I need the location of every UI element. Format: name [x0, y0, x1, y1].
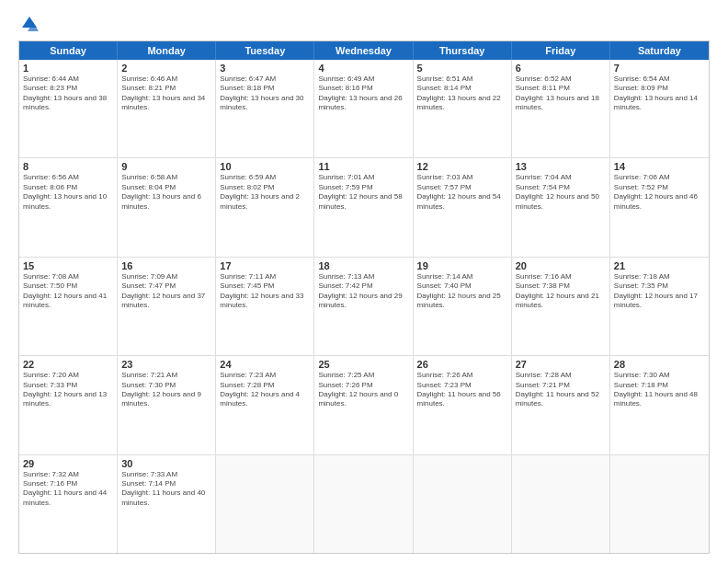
day-number: 22	[23, 359, 113, 370]
calendar-cell: 9Sunrise: 6:58 AMSunset: 8:04 PMDaylight…	[118, 158, 216, 256]
calendar-cell: 19Sunrise: 7:14 AMSunset: 7:40 PMDayligh…	[414, 258, 512, 355]
cell-info: Sunset: 8:11 PM	[516, 84, 606, 93]
calendar-row: 8Sunrise: 6:56 AMSunset: 8:06 PMDaylight…	[19, 157, 709, 256]
cell-info: Sunset: 7:50 PM	[23, 282, 113, 291]
cell-info: Daylight: 12 hours and 50 minutes.	[516, 192, 606, 212]
calendar-cell: 30Sunrise: 7:33 AMSunset: 7:14 PMDayligh…	[118, 455, 216, 553]
cell-info: Sunset: 8:06 PM	[23, 183, 113, 192]
cell-info: Sunset: 8:23 PM	[23, 84, 113, 93]
cell-info: Daylight: 11 hours and 48 minutes.	[614, 390, 705, 409]
cell-info: Sunset: 7:14 PM	[121, 479, 211, 488]
cell-info: Sunrise: 7:01 AM	[318, 173, 408, 182]
logo	[18, 15, 39, 33]
day-number: 20	[516, 260, 606, 271]
day-header-wednesday: Wednesday	[314, 41, 413, 60]
day-number: 28	[614, 359, 705, 370]
logo-icon	[20, 15, 39, 33]
calendar-row: 29Sunrise: 7:32 AMSunset: 7:16 PMDayligh…	[19, 454, 709, 553]
day-number: 19	[417, 260, 507, 271]
calendar-cell: 13Sunrise: 7:04 AMSunset: 7:54 PMDayligh…	[512, 158, 610, 256]
calendar-cell	[512, 455, 610, 553]
calendar-page: SundayMondayTuesdayWednesdayThursdayFrid…	[0, 0, 728, 563]
day-number: 25	[318, 359, 408, 370]
cell-info: Sunrise: 7:14 AM	[417, 272, 507, 282]
calendar-cell: 26Sunrise: 7:26 AMSunset: 7:23 PMDayligh…	[414, 356, 512, 454]
cell-info: Daylight: 12 hours and 17 minutes.	[614, 292, 705, 311]
cell-info: Daylight: 12 hours and 41 minutes.	[23, 292, 113, 311]
page-header	[18, 15, 710, 33]
cell-info: Daylight: 11 hours and 40 minutes.	[121, 488, 211, 508]
day-number: 7	[614, 63, 705, 74]
cell-info: Sunset: 7:54 PM	[516, 183, 606, 192]
cell-info: Sunrise: 6:46 AM	[121, 75, 211, 84]
cell-info: Sunrise: 6:58 AM	[121, 173, 211, 182]
calendar-cell: 24Sunrise: 7:23 AMSunset: 7:28 PMDayligh…	[216, 356, 314, 454]
day-header-monday: Monday	[118, 41, 216, 60]
day-header-saturday: Saturday	[610, 41, 709, 60]
cell-info: Sunset: 7:35 PM	[614, 282, 705, 291]
calendar-cell: 25Sunrise: 7:25 AMSunset: 7:26 PMDayligh…	[314, 356, 413, 454]
calendar-cell: 15Sunrise: 7:08 AMSunset: 7:50 PMDayligh…	[19, 258, 118, 355]
day-number: 14	[614, 161, 705, 172]
day-number: 18	[318, 260, 408, 271]
cell-info: Sunrise: 7:30 AM	[614, 371, 705, 380]
cell-info: Sunrise: 6:54 AM	[614, 75, 705, 84]
cell-info: Daylight: 13 hours and 38 minutes.	[23, 94, 113, 113]
cell-info: Daylight: 12 hours and 54 minutes.	[417, 192, 507, 212]
calendar-body: 1Sunrise: 6:44 AMSunset: 8:23 PMDaylight…	[19, 60, 709, 553]
calendar-cell: 7Sunrise: 6:54 AMSunset: 8:09 PMDaylight…	[610, 60, 709, 157]
calendar-row: 15Sunrise: 7:08 AMSunset: 7:50 PMDayligh…	[19, 257, 709, 355]
cell-info: Sunrise: 7:13 AM	[318, 272, 408, 282]
day-number: 11	[318, 161, 408, 172]
day-number: 1	[23, 63, 113, 74]
cell-info: Sunset: 8:04 PM	[121, 183, 211, 192]
cell-info: Sunset: 7:28 PM	[220, 381, 310, 390]
calendar-cell: 17Sunrise: 7:11 AMSunset: 7:45 PMDayligh…	[216, 258, 314, 355]
cell-info: Daylight: 12 hours and 58 minutes.	[318, 192, 408, 212]
day-number: 9	[121, 161, 211, 172]
cell-info: Sunset: 7:30 PM	[121, 381, 211, 390]
cell-info: Sunrise: 7:23 AM	[220, 371, 310, 380]
calendar-header: SundayMondayTuesdayWednesdayThursdayFrid…	[19, 41, 709, 60]
cell-info: Daylight: 11 hours and 56 minutes.	[417, 390, 507, 409]
cell-info: Sunrise: 7:04 AM	[516, 173, 606, 182]
calendar-cell: 16Sunrise: 7:09 AMSunset: 7:47 PMDayligh…	[118, 258, 216, 355]
cell-info: Sunset: 7:33 PM	[23, 381, 113, 390]
calendar-cell: 10Sunrise: 6:59 AMSunset: 8:02 PMDayligh…	[216, 158, 314, 256]
calendar-cell: 28Sunrise: 7:30 AMSunset: 7:18 PMDayligh…	[610, 356, 709, 454]
cell-info: Sunset: 8:21 PM	[121, 84, 211, 93]
cell-info: Sunset: 7:21 PM	[516, 381, 606, 390]
cell-info: Sunrise: 7:03 AM	[417, 173, 507, 182]
day-number: 26	[417, 359, 507, 370]
calendar-row: 22Sunrise: 7:20 AMSunset: 7:33 PMDayligh…	[19, 355, 709, 454]
cell-info: Daylight: 13 hours and 10 minutes.	[23, 192, 113, 212]
cell-info: Daylight: 13 hours and 6 minutes.	[121, 192, 211, 212]
cell-info: Daylight: 12 hours and 37 minutes.	[121, 292, 211, 311]
cell-info: Sunset: 8:18 PM	[220, 84, 310, 93]
day-number: 30	[121, 458, 211, 469]
cell-info: Sunrise: 6:51 AM	[417, 75, 507, 84]
calendar-cell: 29Sunrise: 7:32 AMSunset: 7:16 PMDayligh…	[19, 455, 118, 553]
cell-info: Sunset: 7:16 PM	[23, 479, 113, 488]
cell-info: Daylight: 12 hours and 29 minutes.	[318, 292, 408, 311]
day-number: 17	[220, 260, 310, 271]
day-number: 16	[121, 260, 211, 271]
cell-info: Daylight: 12 hours and 0 minutes.	[318, 390, 408, 409]
cell-info: Daylight: 13 hours and 14 minutes.	[614, 94, 705, 113]
cell-info: Daylight: 12 hours and 21 minutes.	[516, 292, 606, 311]
cell-info: Sunset: 8:02 PM	[220, 183, 310, 192]
day-number: 23	[121, 359, 211, 370]
cell-info: Sunrise: 7:09 AM	[121, 272, 211, 282]
day-header-thursday: Thursday	[414, 41, 512, 60]
day-number: 21	[614, 260, 705, 271]
day-number: 13	[516, 161, 606, 172]
cell-info: Sunrise: 6:49 AM	[318, 75, 408, 84]
cell-info: Daylight: 13 hours and 2 minutes.	[220, 192, 310, 212]
calendar-cell	[610, 455, 709, 553]
cell-info: Daylight: 12 hours and 4 minutes.	[220, 390, 310, 409]
day-number: 5	[417, 63, 507, 74]
cell-info: Sunrise: 7:26 AM	[417, 371, 507, 380]
day-header-tuesday: Tuesday	[216, 41, 314, 60]
cell-info: Sunrise: 7:25 AM	[318, 371, 408, 380]
cell-info: Sunrise: 7:06 AM	[614, 173, 705, 182]
